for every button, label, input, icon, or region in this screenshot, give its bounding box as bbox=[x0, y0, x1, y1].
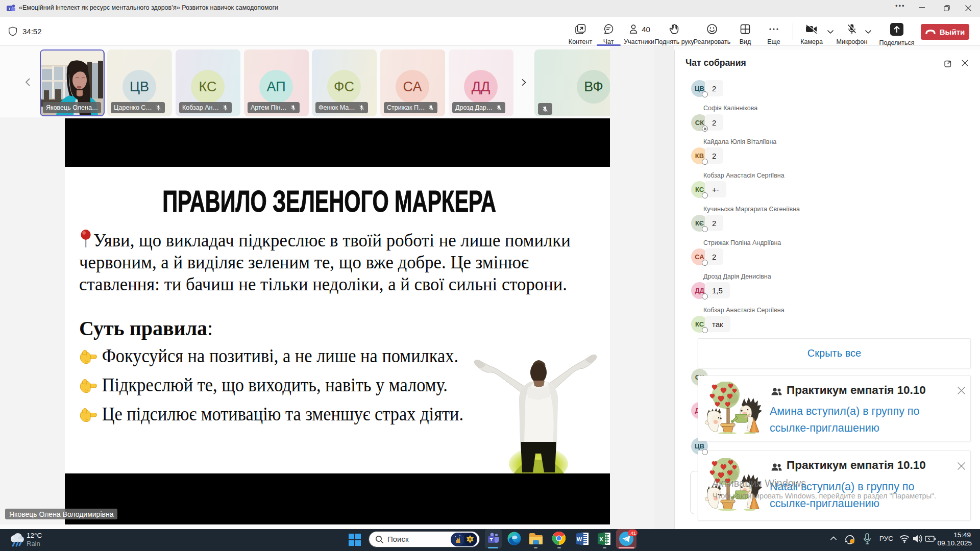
svg-text:T: T bbox=[490, 537, 493, 542]
svg-text:W: W bbox=[577, 536, 582, 542]
svg-text:X: X bbox=[599, 536, 603, 542]
svg-text:T: T bbox=[8, 7, 11, 11]
